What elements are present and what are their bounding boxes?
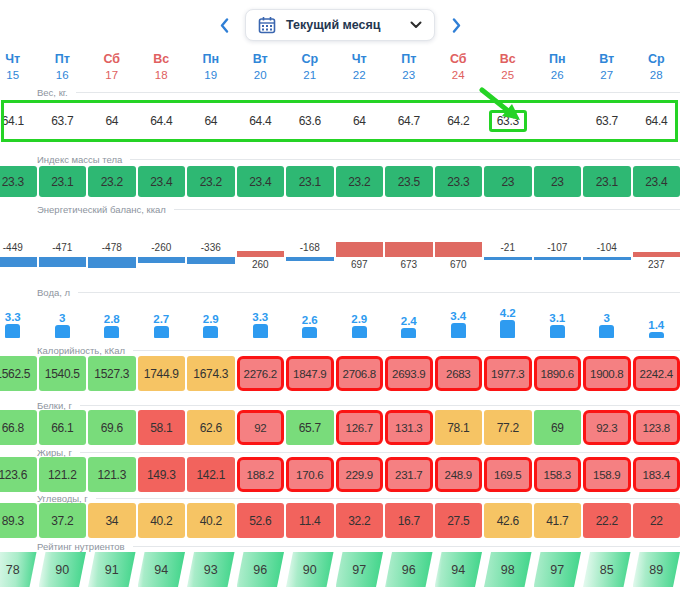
bmi-cell[interactable]: 23.3 [0,166,37,197]
bmi-cell[interactable]: 23.2 [88,166,136,197]
bmi-cell[interactable]: 23.5 [385,166,433,197]
water-cell[interactable]: 2.7 [137,296,187,342]
energy-cell[interactable]: 673 [384,212,434,282]
bmi-cell[interactable]: 23.4 [138,166,186,197]
weight-cell[interactable]: 64 [88,100,136,142]
carb-cell[interactable]: 41.7 [534,503,582,538]
carb-cell[interactable]: 32.2 [336,503,384,538]
protein-cell[interactable]: 66.8 [0,410,37,445]
weight-cell[interactable]: 64 [336,100,384,142]
energy-cell[interactable]: -107 [533,212,583,282]
bmi-cell[interactable]: 23.2 [187,166,235,197]
fat-cell[interactable]: 158.3 [534,457,582,492]
weight-cell[interactable]: 63.3 [484,100,532,142]
carb-cell[interactable]: 34 [88,503,136,538]
carb-cell[interactable]: 40.2 [187,503,235,538]
carb-cell[interactable]: 11.4 [286,503,334,538]
energy-cell[interactable]: 260 [236,212,286,282]
calorie-cell[interactable]: 1562.5 [0,356,37,391]
calorie-cell[interactable]: 1744.9 [138,356,186,391]
energy-cell[interactable]: -471 [38,212,88,282]
carb-cell[interactable]: 89.3 [0,503,37,538]
water-cell[interactable]: 3.3 [236,296,286,342]
protein-cell[interactable]: 58.1 [138,410,186,445]
protein-cell[interactable]: 123.8 [633,410,680,445]
protein-cell[interactable]: 62.6 [187,410,235,445]
protein-cell[interactable]: 69 [534,410,582,445]
fat-cell[interactable]: 158.9 [583,457,631,492]
water-cell[interactable]: 3 [582,296,632,342]
water-cell[interactable]: 4.2 [483,296,533,342]
calorie-cell[interactable]: 2693.9 [385,356,433,391]
protein-cell[interactable]: 131.3 [385,410,433,445]
calorie-cell[interactable]: 1890.6 [534,356,582,391]
energy-cell[interactable]: -168 [285,212,335,282]
calorie-cell[interactable]: 1540.5 [39,356,87,391]
rating-cell[interactable]: 90 [286,552,334,587]
period-dropdown[interactable]: Текущий месяц [245,9,435,41]
water-cell[interactable]: 3.3 [0,296,38,342]
fat-cell[interactable]: 142.1 [187,457,235,492]
energy-cell[interactable]: -449 [0,212,38,282]
energy-cell[interactable]: -478 [87,212,137,282]
carb-cell[interactable]: 22.2 [583,503,631,538]
rating-cell[interactable]: 96 [237,552,285,587]
rating-cell[interactable]: 78 [0,552,37,587]
weight-cell[interactable]: 64 [187,100,235,142]
carb-cell[interactable]: 52.6 [237,503,285,538]
weight-cell[interactable]: 63.7 [39,100,87,142]
carb-cell[interactable]: 40.2 [138,503,186,538]
weight-cell[interactable] [534,100,582,142]
water-cell[interactable]: 3.1 [533,296,583,342]
fat-cell[interactable]: 183.4 [633,457,680,492]
protein-cell[interactable]: 92 [237,410,285,445]
weight-cell[interactable]: 63.6 [286,100,334,142]
energy-cell[interactable]: -104 [582,212,632,282]
fat-cell[interactable]: 248.9 [435,457,483,492]
rating-cell[interactable]: 97 [534,552,582,587]
energy-cell[interactable]: -21 [483,212,533,282]
bmi-cell[interactable]: 23 [534,166,582,197]
carb-cell[interactable]: 16.7 [385,503,433,538]
protein-cell[interactable]: 92.3 [583,410,631,445]
carb-cell[interactable]: 37.2 [39,503,87,538]
carb-cell[interactable]: 42.6 [484,503,532,538]
weight-cell[interactable]: 64.1 [0,100,37,142]
fat-cell[interactable]: 170.6 [286,457,334,492]
weight-cell[interactable]: 64.4 [237,100,285,142]
bmi-cell[interactable]: 23.1 [286,166,334,197]
water-cell[interactable]: 3.4 [434,296,484,342]
bmi-cell[interactable]: 23.1 [39,166,87,197]
calorie-cell[interactable]: 2706.8 [336,356,384,391]
energy-cell[interactable]: -260 [137,212,187,282]
carb-cell[interactable]: 27.5 [435,503,483,538]
rating-cell[interactable]: 97 [336,552,384,587]
water-cell[interactable]: 1.4 [632,296,680,342]
fat-cell[interactable]: 121.2 [39,457,87,492]
calorie-cell[interactable]: 2683 [435,356,483,391]
rating-cell[interactable]: 90 [39,552,87,587]
protein-cell[interactable]: 65.7 [286,410,334,445]
rating-cell[interactable]: 93 [187,552,235,587]
weight-cell[interactable]: 63.7 [583,100,631,142]
calorie-cell[interactable]: 1977.3 [484,356,532,391]
water-cell[interactable]: 2.9 [186,296,236,342]
rating-cell[interactable]: 94 [138,552,186,587]
weight-cell[interactable]: 64.7 [385,100,433,142]
next-period-button[interactable] [448,14,464,36]
calorie-cell[interactable]: 1674.3 [187,356,235,391]
weight-cell[interactable]: 64.4 [633,100,680,142]
fat-cell[interactable]: 188.2 [237,457,285,492]
fat-cell[interactable]: 169.5 [484,457,532,492]
water-cell[interactable]: 2.8 [87,296,137,342]
fat-cell[interactable]: 229.9 [336,457,384,492]
water-cell[interactable]: 2.6 [285,296,335,342]
fat-cell[interactable]: 123.6 [0,457,37,492]
bmi-cell[interactable]: 23.3 [435,166,483,197]
bmi-cell[interactable]: 23.1 [583,166,631,197]
calorie-cell[interactable]: 1527.3 [88,356,136,391]
prev-period-button[interactable] [216,14,232,36]
bmi-cell[interactable]: 23.4 [633,166,680,197]
rating-cell[interactable]: 94 [435,552,483,587]
rating-cell[interactable]: 91 [88,552,136,587]
